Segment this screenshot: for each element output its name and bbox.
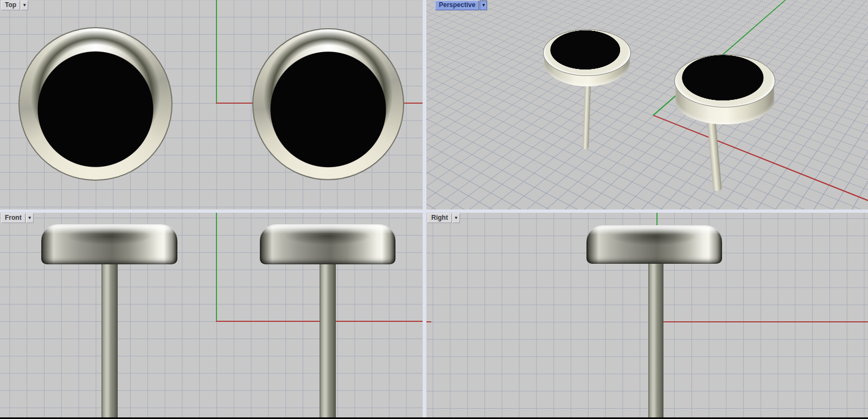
x-axis-line <box>653 115 868 210</box>
viewport-top-canvas[interactable] <box>0 0 423 210</box>
viewport-perspective[interactable]: Perspective ▼ <box>426 0 868 210</box>
stud-cap-front-left[interactable] <box>41 224 177 264</box>
stud-earring-top-view-left[interactable] <box>18 27 173 181</box>
stud-post-front-right[interactable] <box>320 263 336 419</box>
y-axis-line <box>216 0 217 104</box>
stud-inlay-top-right[interactable] <box>674 54 775 107</box>
stud-post-right-view[interactable] <box>648 263 663 419</box>
viewport-front-canvas[interactable] <box>0 213 423 419</box>
stud-inlay-top-left[interactable] <box>543 29 631 76</box>
viewport-right[interactable]: Right ▼ <box>426 213 868 419</box>
y-axis-line <box>656 321 868 322</box>
z-axis-line <box>216 213 217 322</box>
stud-post-front-left[interactable] <box>101 263 118 419</box>
y-axis-line-stub <box>426 321 431 322</box>
viewport-top[interactable]: Top ▼ <box>0 0 423 210</box>
viewport-grid: Top ▼ Perspective ▼ <box>0 0 868 419</box>
viewport-right-canvas[interactable] <box>426 213 868 419</box>
viewport-title-tab[interactable]: Top ▼ <box>1 1 28 10</box>
viewport-menu-arrow-icon[interactable]: ▼ <box>480 1 487 10</box>
viewport-title-tab[interactable]: Perspective ▼ <box>435 1 487 10</box>
viewport-perspective-canvas[interactable] <box>426 0 868 210</box>
viewport-title-tab[interactable]: Front ▼ <box>1 213 34 223</box>
viewport-title[interactable]: Perspective <box>435 1 479 10</box>
viewport-title-tab[interactable]: Right ▼ <box>427 213 460 223</box>
stud-cap-right-view[interactable] <box>586 225 722 264</box>
stud-earring-top-view-right[interactable] <box>252 28 404 180</box>
viewport-front[interactable]: Front ▼ <box>0 213 423 419</box>
viewport-menu-arrow-icon[interactable]: ▼ <box>26 213 34 223</box>
viewport-menu-arrow-icon[interactable]: ▼ <box>452 213 460 223</box>
construction-grid-plane <box>426 0 868 210</box>
viewport-title[interactable]: Right <box>427 213 452 223</box>
viewport-title[interactable]: Front <box>1 213 25 223</box>
viewport-menu-arrow-icon[interactable]: ▼ <box>21 1 28 10</box>
stud-cap-front-right[interactable] <box>260 224 395 264</box>
viewport-title[interactable]: Top <box>1 1 20 10</box>
